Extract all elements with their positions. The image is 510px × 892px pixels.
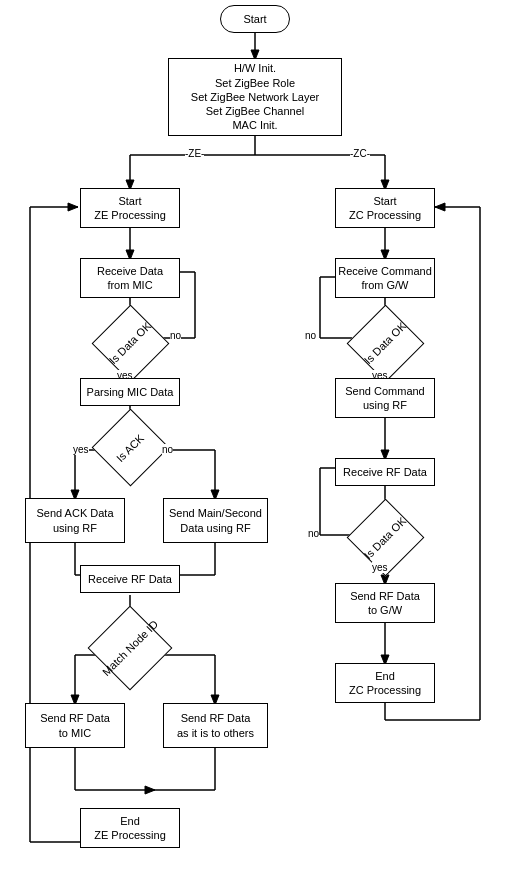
start-zc-label: Start ZC Processing — [349, 194, 421, 223]
end-zc-shape: End ZC Processing — [335, 663, 435, 703]
zc2-yes-label: yes — [372, 562, 388, 573]
start-ze-shape: Start ZE Processing — [80, 188, 180, 228]
start-label: Start — [243, 12, 266, 26]
start-shape: Start — [220, 5, 290, 33]
send-rf-mic-label: Send RF Data to MIC — [40, 711, 110, 740]
send-ack-label: Send ACK Data using RF — [36, 506, 113, 535]
zc-label: -ZC- — [350, 148, 370, 159]
send-rf-others-label: Send RF Data as it is to others — [177, 711, 254, 740]
svg-marker-44 — [145, 786, 155, 794]
send-main-second-shape: Send Main/Second Data using RF — [163, 498, 268, 543]
receive-cmd-gw-shape: Receive Command from G/W — [335, 258, 435, 298]
ze-data-ok-no-label: no — [170, 330, 181, 341]
send-main-second-label: Send Main/Second Data using RF — [169, 506, 262, 535]
send-rf-gw-label: Send RF Data to G/W — [350, 589, 420, 618]
receive-rf-zc-shape: Receive RF Data — [335, 458, 435, 486]
end-zc-label: End ZC Processing — [349, 669, 421, 698]
match-node-id-wrapper: Match Node ID — [80, 620, 180, 675]
svg-marker-48 — [68, 203, 78, 211]
end-ze-shape: End ZE Processing — [80, 808, 180, 848]
receive-rf-ze-label: Receive RF Data — [88, 572, 172, 586]
is-data-ok-zc2-wrapper: Is Data OK — [335, 510, 435, 565]
parsing-mic-label: Parsing MIC Data — [87, 385, 174, 399]
hw-init-label: H/W Init. Set ZigBee Role Set ZigBee Net… — [191, 61, 319, 132]
zc2-no-label: no — [308, 528, 319, 539]
hw-init-shape: H/W Init. Set ZigBee Role Set ZigBee Net… — [168, 58, 342, 136]
is-data-ok-ze-wrapper: Is Data OK — [80, 318, 180, 368]
send-ack-shape: Send ACK Data using RF — [25, 498, 125, 543]
send-rf-gw-shape: Send RF Data to G/W — [335, 583, 435, 623]
parsing-mic-shape: Parsing MIC Data — [80, 378, 180, 406]
send-cmd-rf-label: Send Command using RF — [345, 384, 425, 413]
is-data-ok-zc-wrapper: Is Data OK — [335, 318, 435, 368]
svg-marker-76 — [435, 203, 445, 211]
is-ack-no-label: no — [162, 444, 173, 455]
flowchart-diagram: Start H/W Init. Set ZigBee Role Set ZigB… — [0, 0, 510, 892]
zc-data-ok-no-label: no — [305, 330, 316, 341]
receive-cmd-gw-label: Receive Command from G/W — [338, 264, 432, 293]
receive-data-mic-shape: Receive Data from MIC — [80, 258, 180, 298]
start-zc-shape: Start ZC Processing — [335, 188, 435, 228]
is-ack-yes-label: yes — [73, 444, 89, 455]
send-rf-mic-shape: Send RF Data to MIC — [25, 703, 125, 748]
send-cmd-rf-shape: Send Command using RF — [335, 378, 435, 418]
end-ze-label: End ZE Processing — [94, 814, 166, 843]
receive-data-mic-label: Receive Data from MIC — [97, 264, 163, 293]
start-ze-label: Start ZE Processing — [94, 194, 166, 223]
receive-rf-zc-label: Receive RF Data — [343, 465, 427, 479]
send-rf-others-shape: Send RF Data as it is to others — [163, 703, 268, 748]
ze-label: -ZE- — [185, 148, 204, 159]
receive-rf-ze-shape: Receive RF Data — [80, 565, 180, 593]
